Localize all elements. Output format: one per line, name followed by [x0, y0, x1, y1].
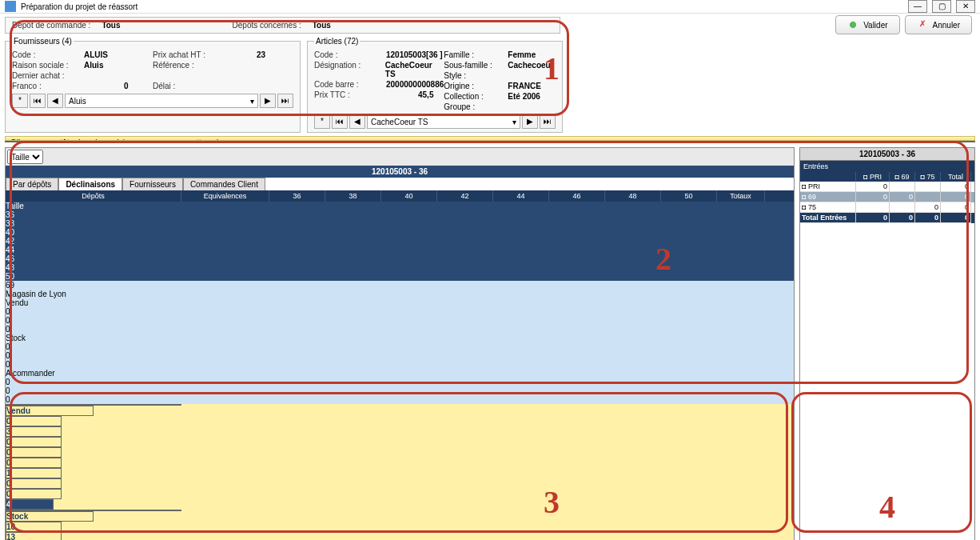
sup-nav-first[interactable]: ⏮	[30, 94, 46, 108]
art-sf-v: Cachecoeur	[508, 61, 553, 70]
close-button[interactable]: ✕	[956, 0, 975, 13]
panel-declinaisons: Taille 120105003 - 36 Par dépôtsDéclinai…	[5, 147, 795, 540]
x-icon	[917, 19, 928, 30]
hdr-article[interactable]: Article	[191, 142, 351, 142]
hdr-periode[interactable]: Période du 01/01/2000 au 28/09/2016	[557, 142, 717, 142]
validate-label: Valider	[863, 21, 887, 30]
art-style-k: Style :	[444, 71, 508, 80]
hdr-depot[interactable]: Dépôt	[6, 142, 124, 142]
max-button[interactable]: ▢	[932, 0, 951, 13]
main-grid[interactable]: Dépôt Fournisseur Article Ventes mensuel…	[5, 141, 975, 142]
sup-da-k: Dernier achat :	[12, 71, 84, 80]
min-button[interactable]: —	[908, 0, 927, 13]
sup-pa-k: Prix achat HT :	[153, 50, 225, 59]
app-icon	[5, 1, 16, 12]
art-nav-prev[interactable]: ◀	[349, 114, 365, 129]
sup-nav-prev[interactable]: ◀	[47, 94, 63, 108]
art-nav-selector[interactable]: CacheCoeur TS▾	[367, 114, 520, 129]
sup-nav-next[interactable]: ▶	[260, 94, 276, 108]
art-cb-v: 2000000000886	[386, 80, 444, 89]
sup-nav-last[interactable]: ⏭	[277, 94, 293, 108]
article-fieldset: Articles (72) Code :120105003[36 ] Désig…	[307, 37, 563, 133]
p3-row[interactable]: A commander000	[6, 369, 794, 404]
sup-nav-new[interactable]: *	[12, 94, 28, 108]
panel3-grid[interactable]: DépôtsEquivalences3638404244464850Totaux…	[6, 190, 794, 540]
depots-conc-value: Tous	[313, 21, 331, 30]
p4-row[interactable]: ◘ PRI00	[800, 182, 974, 192]
sup-pa-v: 23	[257, 50, 265, 59]
art-cb-k: Code barre :	[314, 80, 386, 89]
art-coll-k: Collection :	[444, 92, 508, 101]
chevron-down-icon: ▾	[250, 97, 254, 106]
top-area: Valider Annuler Dépôt de commande : Tous…	[0, 14, 980, 134]
p4-row[interactable]: ◘ 69000	[800, 192, 974, 202]
panel4-grid[interactable]: ◘ PRI◘ 69◘ 75Total◘ PRI00◘ 69000◘ 7500To…	[800, 172, 974, 223]
sup-franco-v: 0	[124, 82, 129, 90]
art-code-k: Code :	[314, 50, 386, 59]
article-legend: Articles (72)	[314, 37, 360, 46]
art-nav-last[interactable]: ⏭	[540, 114, 556, 129]
art-orig-v: FRANCE	[508, 82, 541, 90]
p3-total-row: Vendu030001004	[6, 404, 794, 510]
app-window: Préparation du projet de réassort — ▢ ✕ …	[0, 0, 980, 540]
supplier-nav: * ⏮ ◀ Aluis▾ ▶ ⏭	[12, 94, 293, 108]
sup-code-k: Code :	[12, 50, 84, 59]
depots-conc-label: Dépôts concernés :	[233, 21, 301, 30]
tab-1[interactable]: Déclinaisons	[58, 178, 122, 190]
tab-3[interactable]: Commandes Client	[183, 178, 265, 190]
sup-code-v: ALUIS	[84, 50, 108, 59]
p3-total-row: Stock1013161714131917119	[6, 510, 794, 540]
panel4-title: 120105003 - 36	[800, 148, 974, 161]
article-nav: * ⏮ ◀ CacheCoeur TS▾ ▶ ⏭	[314, 114, 556, 129]
art-sf-k: Sous-famille :	[444, 61, 508, 70]
art-des-v: CacheCoeur TS	[385, 61, 444, 78]
art-grp-k: Groupe :	[444, 102, 508, 111]
hdr-ventes[interactable]: Ventes mensuelles du 01/09/2015 au 28/09…	[351, 142, 557, 142]
art-fam-k: Famille :	[444, 50, 508, 59]
hdr-commander[interactable]: Commander	[717, 142, 974, 142]
art-pttc-k: Prix TTC :	[314, 90, 386, 99]
p3-row[interactable]: Stock000	[6, 334, 794, 369]
depot-cmd-label: Dépôt de commande :	[12, 21, 90, 30]
art-code-v: 120105003[36 ]	[386, 50, 443, 59]
titlebar: Préparation du projet de réassort — ▢ ✕	[0, 0, 980, 14]
depot-cmd-value: Tous	[102, 21, 120, 30]
sup-franco-k: Franco :	[12, 82, 84, 90]
art-fam-v: Femme	[508, 50, 536, 59]
sup-rs-k: Raison sociale :	[12, 61, 84, 70]
cancel-label: Annuler	[933, 21, 960, 30]
panel-transfers: 120105003 - 36 Entrées ◘ PRI◘ 69◘ 75Tota…	[799, 147, 975, 540]
p4-row[interactable]: ◘ 7500	[800, 202, 974, 213]
art-orig-k: Origine :	[444, 82, 508, 90]
supplier-fieldset: Fournisseurs (4) Code :ALUIS Raison soci…	[5, 37, 301, 133]
chevron-down-icon: ▾	[512, 118, 516, 126]
art-nav-first[interactable]: ⏮	[332, 114, 348, 129]
art-des-k: Désignation :	[314, 61, 385, 78]
p4-total: Total Entrées0000	[800, 213, 974, 223]
sup-nav-selector[interactable]: Aluis▾	[65, 94, 258, 108]
hdr-four[interactable]: Fournisseur	[124, 142, 191, 142]
validate-button[interactable]: Valider	[835, 15, 899, 34]
sup-ref-k: Référence :	[153, 61, 225, 70]
panel3-title: 120105003 - 36	[6, 166, 794, 178]
tab-0[interactable]: Par dépôts	[6, 178, 58, 190]
art-nav-new[interactable]: *	[314, 114, 330, 129]
art-pttc-v: 45,5	[418, 90, 433, 99]
check-icon	[847, 19, 858, 30]
sup-rs-v: Aluis	[84, 61, 103, 70]
cancel-button[interactable]: Annuler	[905, 15, 972, 34]
supplier-legend: Fournisseurs (4)	[12, 37, 74, 46]
tab-2[interactable]: Fournisseurs	[122, 178, 183, 190]
sup-delai-k: Délai :	[153, 82, 225, 90]
grid-header-top: Dépôt Fournisseur Article Ventes mensuel…	[6, 142, 974, 142]
panel4-entrees: Entrées	[800, 161, 974, 172]
filters-row: Dépôt de commande : Tous Dépôts concerné…	[5, 17, 560, 34]
p3-row[interactable]: 69Magasin de LyonVendu000	[6, 281, 794, 334]
window-title: Préparation du projet de réassort	[21, 2, 908, 11]
art-nav-next[interactable]: ▶	[522, 114, 538, 129]
art-coll-v: Eté 2006	[508, 92, 540, 101]
panel3-tabs: Par dépôtsDéclinaisonsFournisseursComman…	[6, 178, 794, 190]
attr-selector[interactable]: Taille	[7, 150, 43, 164]
